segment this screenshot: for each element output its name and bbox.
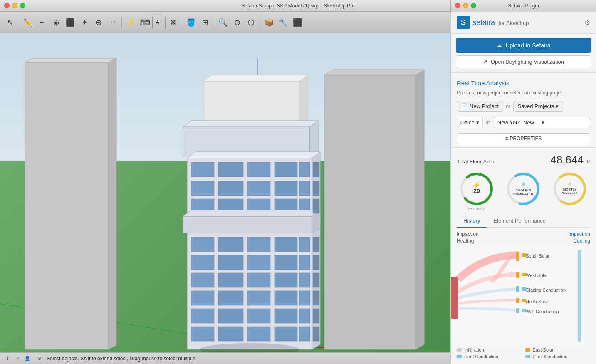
saved-projects-button[interactable]: Saved Projects ▾ — [513, 101, 563, 112]
svg-rect-96 — [522, 287, 527, 291]
settings-button[interactable]: ⚙ — [584, 19, 590, 27]
floor-area-value-group: 48,644 ft² — [550, 154, 590, 166]
sankey-svg: South Solar West Solar Glazing Conductio… — [451, 246, 585, 346]
project-row: 📄 New Project or Saved Projects ▾ — [451, 99, 596, 115]
legend-roof-conduction: Roof Conduction — [457, 354, 522, 359]
zoom-window-tool[interactable]: ⊙ — [230, 16, 244, 29]
close-btn[interactable] — [4, 3, 10, 8]
svg-rect-103 — [516, 272, 519, 278]
svg-text:☀: ☀ — [567, 181, 572, 187]
tabs-row: History Element Performance — [457, 214, 590, 228]
divider-2 — [451, 147, 596, 148]
upload-button[interactable]: ☁ Upload to Sefaira — [456, 38, 591, 53]
legend-infiltration: Infiltration — [457, 347, 522, 352]
building-type-row: Office ▾ in New York, New ... ▾ — [451, 115, 596, 131]
zoom-extents-tool[interactable]: ⬡ — [245, 16, 258, 29]
daylight-label: Open Daylighting Visualization — [491, 59, 564, 65]
panel-body: ☁ Upload to Sefaira ↗ Open Daylighting V… — [451, 34, 596, 364]
floor-area-label: Total Floor Area — [457, 158, 495, 165]
legend-grid: Infiltration East Solar Roof Conduction … — [457, 347, 590, 360]
offset-tool[interactable]: ⚡ — [124, 16, 137, 29]
separator-1 — [19, 17, 19, 28]
svg-text:COOLING: COOLING — [515, 188, 531, 192]
legend: Infiltration East Solar Roof Conduction … — [451, 347, 596, 362]
svg-rect-102 — [516, 252, 519, 261]
cooling-gauge-svg: ❄ COOLING DOMINATED — [506, 171, 541, 207]
create-project-text: Create a new project or select an existi… — [451, 88, 596, 99]
roof-conduction-label: Roof Conduction — [464, 354, 498, 359]
axes-tool[interactable]: ❋ — [166, 16, 180, 29]
document-icon: 📄 — [461, 103, 468, 109]
svg-text:South Solar: South Solar — [526, 253, 550, 258]
tab-element-performance[interactable]: Element Performance — [487, 214, 552, 228]
plugin-window-controls — [455, 3, 476, 8]
legend-floor-conduction: Floor Conduction — [525, 354, 591, 359]
infiltration-label: Infiltration — [464, 347, 484, 352]
east-solar-label: East Solar — [533, 347, 554, 352]
status-icons: ℹ ? 👤 — [3, 354, 32, 363]
svg-text:Wall Conduction: Wall Conduction — [526, 309, 559, 314]
include-row: Include active gains and losses — [451, 362, 596, 364]
select-tool[interactable]: ↖ — [3, 16, 17, 29]
group-tool[interactable]: ⬛ — [291, 16, 304, 29]
impact-cooling-label: Impact onCooling — [568, 231, 590, 244]
daylight-gauge-svg: ☀ MOSTLY WELL LIT — [552, 171, 588, 207]
building-type-select[interactable]: Office ▾ — [457, 117, 483, 128]
svg-text:DOMINATED: DOMINATED — [513, 192, 533, 196]
logo-icon: S — [457, 16, 470, 29]
plugin-title: Sefaira Plugin — [508, 3, 539, 9]
tape-tool[interactable]: ⌨ — [138, 16, 151, 29]
paint-tool[interactable]: 🪣 — [184, 16, 198, 29]
viewport[interactable] — [0, 33, 450, 352]
material-tool[interactable]: 🔧 — [277, 16, 290, 29]
menu-icon: ≡ — [505, 136, 508, 141]
svg-rect-104 — [516, 286, 519, 292]
maximize-btn[interactable] — [20, 3, 25, 8]
new-project-button[interactable]: 📄 New Project — [457, 101, 503, 112]
minimize-btn[interactable] — [12, 3, 17, 8]
location-select[interactable]: New York, New ... ▾ — [494, 117, 590, 128]
zoom-tool[interactable]: 🔍 — [216, 16, 230, 29]
in-text: in — [486, 119, 490, 126]
separator-4 — [214, 17, 214, 28]
text-tool[interactable]: A↑ — [152, 16, 166, 29]
push-pull-tool[interactable]: ⬛ — [64, 16, 77, 29]
scale-tool[interactable]: ↔ — [106, 16, 119, 29]
window-title: Sefaira Sample SKP Model (1).skp – Sketc… — [241, 3, 355, 9]
sankey-diagram: South Solar West Solar Glazing Conductio… — [451, 246, 596, 346]
saved-projects-label: Saved Projects — [518, 103, 554, 109]
status-bar: ℹ ? 👤 ⊙ Select objects. Shift to extend … — [0, 352, 450, 364]
floor-area-row: Total Floor Area 48,644 ft² — [451, 151, 596, 169]
impact-section: Impact onHeating Impact onCooling — [451, 228, 596, 244]
shape-tool[interactable]: ◈ — [49, 16, 63, 29]
cooling-gauge: ❄ COOLING DOMINATED — [506, 171, 541, 211]
rotate-tool[interactable]: ⊕ — [92, 16, 105, 29]
impact-heating-label: Impact onHeating — [457, 231, 479, 244]
svg-text:❄: ❄ — [521, 181, 526, 188]
move-tool[interactable]: ✦ — [78, 16, 91, 29]
floor-area-value: 48,644 — [550, 154, 584, 166]
title-bar: Sefaira Sample SKP Model (1).skp – Sketc… — [0, 0, 596, 12]
orbit-tool[interactable]: ⊞ — [198, 16, 212, 29]
properties-button[interactable]: ≡ PROPERTIES — [457, 133, 590, 144]
plugin-close-btn[interactable] — [455, 3, 460, 8]
component-tool[interactable]: 📦 — [262, 16, 276, 29]
chevron-down-icon-2: ▾ — [476, 119, 479, 126]
user-icon: 👤 — [23, 354, 32, 363]
separator-3 — [182, 17, 182, 28]
svg-rect-106 — [516, 308, 519, 313]
upload-icon: ☁ — [496, 42, 502, 49]
toolbar: ↖ ✏️ ✒ ◈ ⬛ ✦ ⊕ ↔ ⚡ ⌨ A↑ ❋ 🪣 ⊞ 🔍 ⊙ ⬡ 📦 🔧 … — [0, 12, 450, 33]
plugin-maximize-btn[interactable] — [471, 3, 476, 8]
daylight-button[interactable]: ↗ Open Daylighting Visualization — [456, 55, 591, 68]
svg-text:29: 29 — [473, 188, 480, 194]
pencil-tool[interactable]: ✏️ — [21, 16, 35, 29]
sefaira-logo: S sefaira for Sketchup — [457, 16, 529, 29]
line-tool[interactable]: ✒ — [35, 16, 49, 29]
building-type-value: Office — [460, 119, 475, 126]
svg-text:Glazing Conduction: Glazing Conduction — [526, 287, 566, 292]
divider-1 — [451, 72, 596, 73]
plugin-minimize-btn[interactable] — [463, 3, 468, 8]
tab-history[interactable]: History — [457, 214, 487, 228]
svg-rect-100 — [522, 309, 527, 312]
